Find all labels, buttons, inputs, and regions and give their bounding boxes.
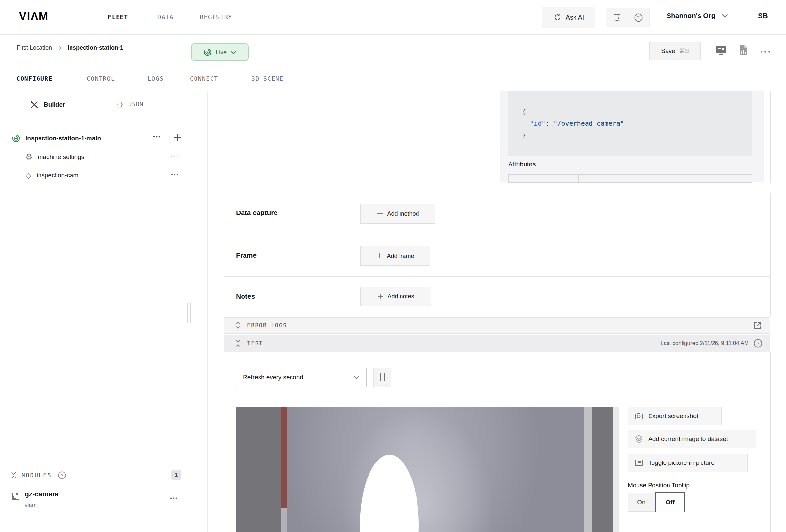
toggle-pip-label: Toggle picture-in-picture: [648, 459, 715, 466]
svg-text:?: ?: [637, 15, 640, 20]
add-method-button[interactable]: Add method: [360, 204, 435, 224]
viam-logo[interactable]: VIΛM: [19, 10, 49, 23]
json-preview: { "id": "/overhead_camera" }: [508, 91, 753, 156]
scene-right-wall: [592, 407, 613, 532]
svg-text:?: ?: [757, 341, 759, 346]
tab-configure[interactable]: CONFIGURE: [16, 75, 52, 82]
breadcrumb-location[interactable]: First Location: [17, 44, 52, 51]
notes-section: Notes Add notes: [224, 277, 770, 316]
help-button[interactable]: ?: [628, 8, 649, 27]
notes-title: Notes: [236, 293, 255, 300]
add-frame-button[interactable]: Add frame: [360, 246, 430, 266]
test-preview-panel: { "id": "/overhead_camera" } Attributes: [500, 91, 764, 182]
json-toggle[interactable]: {} JSON: [116, 100, 143, 108]
add-to-dataset-button[interactable]: Add current image to dataset: [628, 430, 756, 448]
machine-part-menu-button[interactable]: [153, 136, 161, 138]
docs-button[interactable]: [606, 8, 628, 27]
add-method-label: Add method: [387, 210, 419, 217]
org-name: Shannon's Org: [667, 12, 716, 20]
modules-help-icon[interactable]: ?: [58, 471, 66, 480]
inspection-cam-menu-button[interactable]: [171, 174, 178, 176]
tree-machine-part-label: inspection-station-1-main: [25, 135, 101, 142]
ask-ai-button[interactable]: Ask AI: [542, 6, 595, 28]
camera-icon: [634, 412, 643, 420]
machine-bar: First Location inspection-station-1 Live…: [0, 34, 786, 66]
tab-control[interactable]: CONTROL: [87, 75, 115, 82]
save-label: Save: [661, 47, 675, 54]
toggle-pip-button[interactable]: Toggle picture-in-picture: [628, 454, 748, 472]
last-configured: Last configured 2/11/26, 9:11:04 AM: [660, 340, 749, 347]
test-title: TEST: [247, 340, 263, 347]
add-notes-button[interactable]: Add notes: [360, 286, 431, 306]
add-to-dataset-label: Add current image to dataset: [648, 435, 728, 443]
export-screenshot-button[interactable]: Export screenshot: [628, 407, 722, 425]
attributes-table: [508, 174, 753, 183]
attributes-title: Attributes: [508, 161, 536, 168]
save-button[interactable]: Save ⌘S: [649, 42, 701, 60]
module-item-gz-camera[interactable]: gz-camera viam: [12, 490, 182, 513]
nav-data[interactable]: DATA: [157, 14, 174, 21]
builder-tools-icon: [30, 100, 39, 109]
plus-icon: [377, 210, 383, 217]
collapse-icon: [235, 340, 240, 347]
frame-preview-panel: [236, 91, 488, 182]
plus-icon: [376, 253, 383, 259]
nav-registry[interactable]: REGISTRY: [200, 14, 232, 21]
sidebar-toggle-border: [0, 120, 186, 120]
refresh-select-value: Refresh every second: [243, 374, 303, 381]
builder-toggle[interactable]: Builder: [30, 100, 65, 109]
picture-in-picture-icon: [634, 459, 643, 466]
breadcrumb: First Location inspection-station-1: [17, 44, 123, 51]
config-sidebar: Builder {} JSON inspection-station-1-mai…: [0, 91, 186, 532]
camera-stream[interactable]: [236, 407, 619, 532]
error-logs-bar[interactable]: ERROR LOGS: [224, 317, 770, 333]
report-button[interactable]: [738, 44, 747, 55]
main-content-border: [207, 91, 208, 532]
collapse-icon: [11, 471, 16, 479]
frame-title: Frame: [236, 251, 257, 259]
tab-bar: CONFIGURE CONTROL LOGS CONNECT 3D SCENE: [0, 66, 786, 91]
refresh-select[interactable]: Refresh every second: [236, 368, 367, 387]
avatar[interactable]: SB: [758, 12, 768, 20]
scene-red-pole: [281, 407, 286, 532]
export-screenshot-label: Export screenshot: [648, 413, 698, 420]
modules-header[interactable]: MODULES ? 1: [11, 469, 182, 481]
book-icon: [613, 14, 621, 22]
help-group-divider: [628, 8, 628, 27]
tree-item-machine-settings[interactable]: ⚙ machine settings: [25, 149, 182, 164]
plus-icon: [377, 293, 384, 300]
add-component-button[interactable]: [173, 133, 182, 142]
live-status-label: Live: [216, 49, 227, 56]
tree-machine-part[interactable]: inspection-station-1-main: [12, 131, 182, 145]
tooltip-off-button[interactable]: Off: [655, 492, 685, 512]
machine-settings-menu-button[interactable]: [171, 155, 178, 157]
test-bar[interactable]: TEST Last configured 2/11/26, 9:11:04 AM…: [224, 335, 770, 352]
tab-connect[interactable]: CONNECT: [190, 75, 218, 82]
svg-text:?: ?: [61, 473, 63, 478]
test-divider: [224, 395, 770, 395]
tab-logs[interactable]: LOGS: [147, 75, 164, 82]
ask-ai-icon: [553, 13, 562, 22]
present-screen-button[interactable]: [716, 45, 726, 55]
tree-item-label: machine settings: [38, 154, 85, 161]
tree-item-label: inspection-cam: [37, 172, 78, 179]
tree-item-inspection-cam[interactable]: ◇ inspection-cam: [25, 168, 182, 183]
test-help-icon[interactable]: ?: [753, 339, 763, 348]
org-switcher[interactable]: Shannon's Org: [667, 12, 728, 20]
more-options-button[interactable]: [760, 50, 771, 53]
expand-icon: [235, 322, 240, 329]
builder-label: Builder: [44, 101, 65, 108]
pause-refresh-button[interactable]: [373, 368, 391, 387]
live-chevron-down-icon: [230, 51, 236, 54]
nav-fleet[interactable]: FLEET: [108, 14, 128, 21]
tooltip-on-button[interactable]: On: [628, 493, 655, 512]
live-status-badge[interactable]: Live: [191, 43, 249, 61]
tab-3d-scene[interactable]: 3D SCENE: [251, 75, 284, 82]
module-menu-button[interactable]: [170, 498, 178, 499]
sidebar-resize-handle[interactable]: [187, 303, 191, 323]
mouse-tooltip-label: Mouse Position Tooltip: [628, 482, 690, 489]
add-notes-label: Add notes: [388, 293, 414, 300]
frame-section: Frame Add frame: [224, 234, 770, 276]
open-error-logs-icon[interactable]: [753, 321, 762, 330]
scene-right-edge: [613, 407, 619, 532]
